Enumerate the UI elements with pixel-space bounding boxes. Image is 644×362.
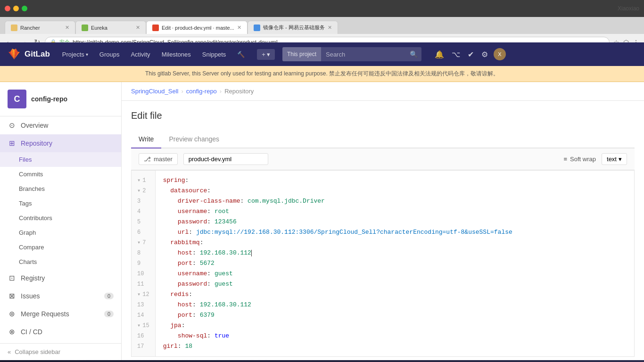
issues-button[interactable]: 🔔 xyxy=(433,48,446,61)
nav-projects[interactable]: Projects ▾ xyxy=(58,48,93,61)
breadcrumb-sep: › xyxy=(181,88,183,95)
merge-requests-button[interactable]: ⌥ xyxy=(450,48,462,61)
branches-label: Branches xyxy=(19,185,45,192)
browser-tab-mirror[interactable]: 镜像仓库 - 网易云基础服务 ✕ xyxy=(248,21,338,34)
gitlab-logo[interactable]: GitLab xyxy=(8,48,50,61)
minimize-traffic-light[interactable] xyxy=(13,6,19,11)
code-editor[interactable]: ▾1 ▾2 3 4 5 6 ▾7 8 9 10 11 xyxy=(131,170,635,357)
nav-groups[interactable]: Groups xyxy=(95,48,124,61)
branch-selector[interactable]: ⎇ master xyxy=(139,153,178,165)
tab-favicon xyxy=(82,25,88,31)
ci-cd-icon: ⊗ xyxy=(8,328,16,336)
header-actions: 🔔 ⌥ ✔ ⚙ X xyxy=(433,48,506,61)
tab-write[interactable]: Write xyxy=(131,131,161,148)
header-search[interactable]: This project 🔍 xyxy=(282,47,421,61)
sidebar-item-merge-requests[interactable]: ⊛ Merge Requests 0 xyxy=(0,305,121,323)
code-content[interactable]: spring: datasource: driver-class-name: c… xyxy=(156,171,634,356)
code-line-16: show-sql: true xyxy=(163,331,627,341)
tab-title: Eureka xyxy=(91,25,133,31)
sidebar-subitem-charts[interactable]: Charts xyxy=(0,255,121,269)
line-number: 4 xyxy=(132,206,155,217)
nav-activity-label: Activity xyxy=(131,51,150,58)
line-number: 17 xyxy=(132,341,155,352)
nav-activity[interactable]: Activity xyxy=(126,48,155,61)
sidebar-subitem-contributors[interactable]: Contributors xyxy=(0,211,121,225)
nav-milestones[interactable]: Milestones xyxy=(157,48,196,61)
merge-requests-badge: 0 xyxy=(104,311,114,317)
tab-preview-label: Preview changes xyxy=(169,135,219,143)
breadcrumb: SpringCloud_Sell › config-repo › Reposit… xyxy=(122,82,644,101)
tab-close-icon[interactable]: ✕ xyxy=(65,25,69,31)
project-avatar: C xyxy=(8,90,26,108)
page-content: Edit file Write Preview changes ⎇ master… xyxy=(122,101,644,360)
code-line-2: datasource: xyxy=(163,186,627,196)
sidebar-subitem-tags[interactable]: Tags xyxy=(0,196,121,211)
plus-chevron: ▾ xyxy=(267,51,270,58)
sidebar-subitem-files[interactable]: Files xyxy=(0,152,121,167)
tab-close-icon[interactable]: ✕ xyxy=(136,25,140,31)
code-line-5: password: 123456 xyxy=(163,217,627,227)
line-number: ▾15 xyxy=(132,321,155,331)
sidebar-item-label: CI / CD xyxy=(21,328,114,336)
issues-badge: 0 xyxy=(104,293,114,299)
browser-tab-rancher[interactable]: Rancher ✕ xyxy=(5,21,75,34)
close-traffic-light[interactable] xyxy=(5,6,10,11)
repository-icon: ⊞ xyxy=(8,139,16,148)
text-cursor xyxy=(251,250,252,256)
gitlab-header: GitLab Projects ▾ Groups Activity Milest… xyxy=(0,42,644,66)
file-name-input[interactable] xyxy=(183,153,268,165)
fold-indicator: ▾ xyxy=(137,175,140,186)
sidebar-item-issues[interactable]: ⊠ Issues 0 xyxy=(0,287,121,305)
sidebar-subitem-graph[interactable]: Graph xyxy=(0,225,121,240)
user-avatar[interactable]: X xyxy=(494,48,506,60)
browser-tab-eureka[interactable]: Eureka ✕ xyxy=(75,21,146,34)
maximize-traffic-light[interactable] xyxy=(22,6,27,11)
branch-name: master xyxy=(154,156,173,163)
gitlab-logo-text: GitLab xyxy=(25,49,50,59)
traffic-lights xyxy=(5,6,27,11)
tab-preview[interactable]: Preview changes xyxy=(161,131,227,148)
text-mode-selector[interactable]: text ▾ xyxy=(602,153,627,165)
tab-title: Rancher xyxy=(20,25,62,31)
line-number: ▾7 xyxy=(132,238,155,248)
project-initial: C xyxy=(14,94,20,104)
sidebar-collapse-button[interactable]: « Collapse sidebar xyxy=(0,343,121,360)
header-nav: Projects ▾ Groups Activity Milestones Sn… xyxy=(58,48,250,61)
tags-label: Tags xyxy=(19,200,32,207)
line-number: 16 xyxy=(132,331,155,341)
sidebar-subitem-branches[interactable]: Branches xyxy=(0,181,121,196)
code-line-8: host: 192.168.30.112 xyxy=(163,248,627,258)
nav-snippets[interactable]: Snippets xyxy=(198,48,231,61)
registry-icon: ⊡ xyxy=(8,274,16,282)
todos-button[interactable]: ✔ xyxy=(466,48,476,61)
title-bar: Xiaoxiao xyxy=(0,0,644,17)
collapse-icon: « xyxy=(8,348,11,355)
create-new-button[interactable]: + ▾ xyxy=(257,49,275,60)
sidebar-subitem-compare[interactable]: Compare xyxy=(0,240,121,255)
line-numbers: ▾1 ▾2 3 4 5 6 ▾7 8 9 10 11 xyxy=(132,171,156,356)
soft-wrap-button[interactable]: ≡ Soft wrap xyxy=(564,156,596,163)
sidebar-item-ci-cd[interactable]: ⊗ CI / CD xyxy=(0,323,121,341)
nav-hammer[interactable]: 🔨 xyxy=(232,48,249,61)
overview-icon: ⊙ xyxy=(8,121,16,130)
files-label: Files xyxy=(19,156,32,163)
soft-wrap-label: Soft wrap xyxy=(570,156,596,163)
line-number: 11 xyxy=(132,279,155,289)
browser-tab-edit-active[interactable]: Edit · product-dev.yml · maste... ✕ xyxy=(146,21,248,34)
line-number: 3 xyxy=(132,196,155,206)
breadcrumb-springcloud[interactable]: SpringCloud_Sell xyxy=(131,88,178,95)
tab-close-icon[interactable]: ✕ xyxy=(328,25,332,31)
sidebar-item-registry[interactable]: ⊡ Registry xyxy=(0,269,121,287)
sidebar-item-overview[interactable]: ⊙ Overview xyxy=(0,116,121,134)
sidebar-item-repository[interactable]: ⊞ Repository xyxy=(0,134,121,152)
breadcrumb-config-repo[interactable]: config-repo xyxy=(186,88,217,95)
editor-toolbar: ⎇ master ≡ Soft wrap text ▾ xyxy=(131,148,635,170)
tab-favicon xyxy=(11,25,17,31)
tab-close-icon[interactable]: ✕ xyxy=(237,25,241,31)
search-icon[interactable]: 🔍 xyxy=(406,50,421,58)
search-input[interactable] xyxy=(321,47,406,61)
search-scope-button[interactable]: This project xyxy=(282,47,321,61)
plus-icon: + xyxy=(262,51,265,58)
sidebar-subitem-commits[interactable]: Commits xyxy=(0,167,121,181)
settings-button[interactable]: ⚙ xyxy=(479,48,490,61)
